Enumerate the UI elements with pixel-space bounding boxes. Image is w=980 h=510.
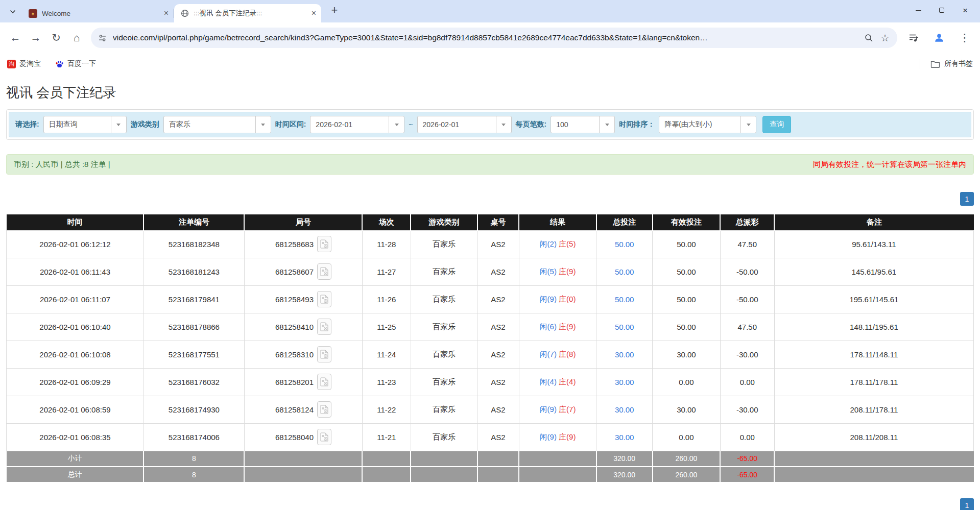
- round-number: 681258493: [275, 295, 314, 304]
- result-banker: 庄(7): [559, 405, 576, 414]
- total-bet-link[interactable]: 50.00: [615, 323, 634, 331]
- page-1-button[interactable]: 1: [960, 192, 974, 206]
- cell-result: 闲(5) 庄(9): [519, 258, 596, 285]
- total-bet-link[interactable]: 50.00: [615, 295, 634, 304]
- total-total-bet: 320.00: [596, 467, 653, 482]
- table-row: 2026-02-01 06:08:35523168174006681258040…: [7, 423, 974, 451]
- cell-note: 195.61/145.61: [774, 285, 973, 313]
- table-row: 2026-02-01 06:08:59523168174930681258124…: [7, 396, 974, 423]
- cell-session: 11-22: [362, 396, 411, 423]
- cell-table-number: AS2: [477, 423, 519, 451]
- browser-toolbar: ← → ↻ ⌂ videoie.com/ipl/portal.php/game/…: [0, 22, 980, 53]
- video-replay-button[interactable]: [317, 374, 331, 390]
- cell-bet-id: 523168182348: [144, 230, 244, 258]
- total-bet-link[interactable]: 50.00: [615, 240, 634, 249]
- site-settings-icon[interactable]: [98, 34, 107, 42]
- tab-bet-records[interactable]: :::视讯 会员下注纪录::: ×: [174, 4, 321, 22]
- home-button[interactable]: ⌂: [66, 28, 87, 48]
- cell-game-type: 百家乐: [411, 230, 477, 258]
- profile-avatar[interactable]: [929, 28, 949, 48]
- forward-button[interactable]: →: [26, 28, 46, 48]
- tab-close-icon[interactable]: ×: [312, 9, 316, 17]
- video-replay-button[interactable]: [317, 319, 331, 335]
- table-row: 2026-02-01 06:10:40523168178866681258410…: [7, 313, 974, 341]
- total-bet-link[interactable]: 30.00: [615, 433, 634, 442]
- cell-time: 2026-02-01 06:10:40: [7, 313, 144, 341]
- table-header-row: 时间注单编号局号场次游戏类别桌号结果总投注有效投注总派彩备注: [7, 214, 974, 230]
- time-sort-dropdown[interactable]: 降幂(由大到小): [659, 116, 756, 133]
- menu-dots-icon[interactable]: ⋮: [954, 28, 975, 48]
- cell-valid-bet: 30.00: [653, 396, 721, 423]
- video-replay-button[interactable]: [317, 346, 331, 362]
- dropdown-arrow-icon: [389, 116, 404, 133]
- cell-session: 11-24: [362, 341, 411, 368]
- time-range-label: 时间区间:: [275, 120, 306, 129]
- cell-total-bet: 30.00: [596, 341, 653, 368]
- cell-round: 681258310: [244, 341, 362, 368]
- cell-time: 2026-02-01 06:09:29: [7, 368, 144, 396]
- game-type-dropdown[interactable]: 百家乐: [163, 116, 271, 133]
- subtotal-total-bet: 320.00: [596, 451, 653, 467]
- page-size-dropdown[interactable]: 100: [551, 116, 615, 133]
- cell-bet-id: 523168174930: [144, 396, 244, 423]
- date-from-dropdown[interactable]: 2026-02-01: [310, 116, 404, 133]
- tab-close-icon[interactable]: ×: [164, 9, 169, 17]
- summary-bar: 币别 : 人民币 | 总共 :8 注单 | 同局有效投注，统一计算在该局第一张注…: [6, 154, 974, 175]
- cell-table-number: AS2: [477, 368, 519, 396]
- reload-button[interactable]: ↻: [46, 28, 66, 48]
- time-sort-value: 降幂(由大到小): [659, 116, 740, 133]
- total-bet-link[interactable]: 30.00: [615, 378, 634, 386]
- cell-payout: -30.00: [720, 396, 774, 423]
- result-player: 闲(7): [540, 350, 557, 358]
- video-replay-button[interactable]: [317, 429, 331, 445]
- cell-result: 闲(9) 庄(7): [519, 396, 596, 423]
- bookmark-aitaobao[interactable]: 淘 爱淘宝: [7, 59, 41, 68]
- dropdown-arrow-icon: [111, 116, 126, 133]
- cell-valid-bet: 0.00: [653, 423, 721, 451]
- table-row: 2026-02-01 06:10:08523168177551681258310…: [7, 341, 974, 368]
- cell-valid-bet: 0.00: [653, 368, 721, 396]
- result-banker: 庄(9): [559, 432, 576, 441]
- query-type-dropdown[interactable]: 日期查询: [43, 116, 127, 133]
- cell-note: 178.11/148.11: [774, 341, 973, 368]
- all-bookmarks-label: 所有书签: [944, 59, 973, 68]
- result-banker: 庄(4): [559, 377, 576, 386]
- search-button[interactable]: 查询: [762, 116, 791, 133]
- table-row: 2026-02-01 06:11:07523168179841681258493…: [7, 285, 974, 313]
- game-type-label: 游戏类别: [131, 120, 159, 129]
- tab-welcome[interactable]: ♠ Welcome ×: [22, 4, 174, 22]
- bookmark-baidu[interactable]: 百度一下: [55, 59, 96, 68]
- video-replay-button[interactable]: [317, 401, 331, 418]
- url-text[interactable]: videoie.com/ipl/portal.php/game/betrecor…: [113, 33, 861, 42]
- maximize-button[interactable]: [930, 0, 953, 20]
- total-bet-link[interactable]: 30.00: [615, 350, 634, 359]
- cell-bet-id: 523168174006: [144, 423, 244, 451]
- result-player: 闲(9): [540, 432, 557, 441]
- all-bookmarks[interactable]: 所有书签: [920, 59, 973, 69]
- bookmark-star-icon[interactable]: ☆: [877, 30, 893, 46]
- video-replay-button[interactable]: [317, 263, 331, 280]
- address-bar[interactable]: videoie.com/ipl/portal.php/game/betrecor…: [91, 28, 897, 48]
- total-bet-link[interactable]: 50.00: [615, 268, 634, 276]
- minimize-button[interactable]: [906, 0, 930, 20]
- result-banker: 庄(9): [559, 267, 576, 276]
- cell-time: 2026-02-01 06:11:43: [7, 258, 144, 285]
- close-button[interactable]: ×: [953, 0, 977, 20]
- back-button[interactable]: ←: [5, 28, 26, 48]
- cell-table-number: AS2: [477, 258, 519, 285]
- cell-session: 11-27: [362, 258, 411, 285]
- cell-round: 681258040: [244, 423, 362, 451]
- date-to-dropdown[interactable]: 2026-02-01: [417, 116, 512, 133]
- media-controls-icon[interactable]: [903, 28, 924, 48]
- total-bet-link[interactable]: 30.00: [615, 405, 634, 414]
- cell-result: 闲(9) 庄(0): [519, 285, 596, 313]
- round-number: 681258310: [275, 350, 314, 359]
- tab-search-chevron-button[interactable]: [5, 4, 20, 19]
- new-tab-button[interactable]: +: [327, 3, 342, 17]
- video-replay-button[interactable]: [317, 236, 331, 252]
- cell-result: 闲(6) 庄(9): [519, 313, 596, 341]
- cell-valid-bet: 50.00: [653, 258, 721, 285]
- zoom-icon[interactable]: [861, 30, 877, 46]
- video-replay-button[interactable]: [317, 291, 331, 307]
- page-1-button[interactable]: 1: [960, 498, 974, 510]
